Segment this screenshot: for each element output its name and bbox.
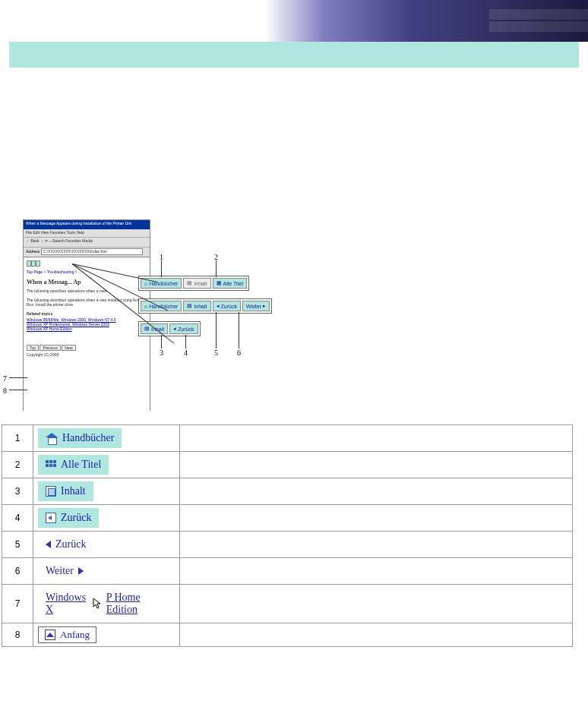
cursor-icon [93,598,102,610]
mock-link-3: Windows XP Home Edition [27,327,147,331]
table-row: 7Windows XP Home Edition [2,585,573,623]
address-label: Address [26,249,40,254]
callout-number-7: 7 [3,374,7,383]
row-button-cell: Zurück [33,505,180,532]
lead-line [9,390,27,390]
table-row: 3Inhalt [2,478,573,505]
callout-back-3: ◂ Zurück [169,323,198,334]
table-row: 8Anfang [2,623,573,647]
lead-line [161,335,162,349]
row-number: 6 [2,558,33,585]
table-row: 4Zurück [2,505,573,532]
all-titles-button[interactable]: Alle Titel [38,455,109,475]
callout-contents-2: ▤ Inhalt [183,301,210,311]
callout-number-3: 3 [160,349,163,357]
callout-number-8: 8 [3,387,7,395]
mock-browser-window: When a Message Appears during Installati… [23,219,150,411]
lead-line [216,312,217,349]
row-button-cell: Handbücher [33,425,180,452]
callout-all-titles-1: ▦ Alle Titel [213,278,247,289]
mock-foot-top: Top [27,345,39,351]
button-label: Inhalt [61,485,86,497]
row-button-cell: Weiter [33,558,180,585]
mock-toolbar: ← Back → ⟳ ⌂ Search Favorites Media [24,238,150,248]
mock-foot-next: Next [62,345,75,351]
contents-button[interactable]: Inhalt [38,481,93,501]
button-label: Weiter [46,565,74,577]
row-number: 7 [2,585,33,623]
back-button[interactable]: Zurück [38,508,99,528]
row-button-cell: Zurück [33,532,180,558]
callout-contents-gray: ▤ Inhalt [183,278,210,289]
row-description [180,558,573,585]
triangle-left-icon [46,541,51,548]
row-description [180,425,573,452]
lead-line [239,312,239,349]
callout-number-4: 4 [184,349,188,357]
mock-title-bar: When a Message Appears during Installati… [24,220,150,229]
triangle-up-icon [45,630,55,640]
row-description [180,505,573,532]
topic-link[interactable]: Windows XP Home Edition [38,588,175,620]
table-row: 1Handbücher [2,425,573,452]
lead-line [161,260,162,277]
mock-foot-prev: Previous [40,345,60,351]
callout-next-2: Weiter ▸ [242,301,270,311]
top-button[interactable]: Anfang [38,626,96,643]
link-label-part1: Windows X [46,592,91,616]
mock-links: Windows 95/98/Me, Windows 2000, Windows … [27,317,147,331]
house-icon [46,433,58,443]
mock-line2: The following describes operations when … [27,298,147,307]
callout-back-2: ◂ Zurück [213,301,241,311]
row-button-cell: Alle Titel [33,452,180,478]
lead-line [9,377,27,378]
header-gradient [0,0,588,42]
diagram-container: When a Message Appears during Installati… [0,219,588,409]
button-label: Zurück [55,538,86,551]
row-description [180,585,573,623]
button-label: Anfang [60,629,90,641]
grid-icon [46,460,56,469]
table-row: 5Zurück [2,532,573,558]
row-number: 4 [2,505,33,532]
row-number: 2 [2,452,33,478]
manuals-button[interactable]: Handbücher [38,428,122,448]
address-value: C:\XXXXXXXXX\XXXXXXX\index.htm [41,248,143,255]
row-number: 5 [2,532,33,558]
back-icon [46,513,56,523]
row-button-cell: Anfang [33,623,180,647]
browser-diagram: When a Message Appears during Installati… [0,219,273,409]
mock-address-bar: Address C:\XXXXXXXXX\XXXXXXX\index.htm [24,248,150,257]
next-button[interactable]: Weiter [38,561,91,581]
mock-menu-bar: File Edit View Favorites Tools Help [24,229,150,238]
callout-number-5: 5 [214,349,218,357]
mock-body: Top Page > Troubleshooting > ... When a … [24,257,150,421]
callout-number-6: 6 [237,349,241,357]
row-description [180,452,573,478]
row-description [180,532,573,558]
triangle-right-icon [78,567,84,575]
mock-related-heading: Related topics [27,311,147,316]
row-description [180,478,573,505]
callout-manuals-2: ⌂ Handbücher [141,301,182,311]
sub-header-band [9,42,579,68]
row-button-cell: Windows XP Home Edition [33,585,180,623]
button-label: Alle Titel [61,459,101,471]
row-button-cell: Inhalt [33,478,180,505]
row-number: 1 [2,425,33,452]
row-number: 3 [2,478,33,505]
row-number: 8 [2,623,33,647]
link-label-part2: P Home Edition [106,592,167,616]
mock-heading: When a Messag... Ap [27,279,147,286]
page-icon [46,486,56,497]
legend-table: 1Handbücher2Alle Titel3Inhalt4Zurück5Zur… [2,424,573,647]
table-row: 6Weiter [2,558,573,585]
previous-button[interactable]: Zurück [38,535,93,554]
lead-line [185,335,186,349]
callout-row-1: ⌂ Handbücher ▤ Inhalt ▦ Alle Titel [138,276,249,291]
table-row: 2Alle Titel [2,452,573,478]
row-description [180,623,573,647]
button-label: Zurück [61,512,91,524]
mock-footer-buttons: Top Previous Next [27,345,147,351]
lead-line [216,260,217,277]
